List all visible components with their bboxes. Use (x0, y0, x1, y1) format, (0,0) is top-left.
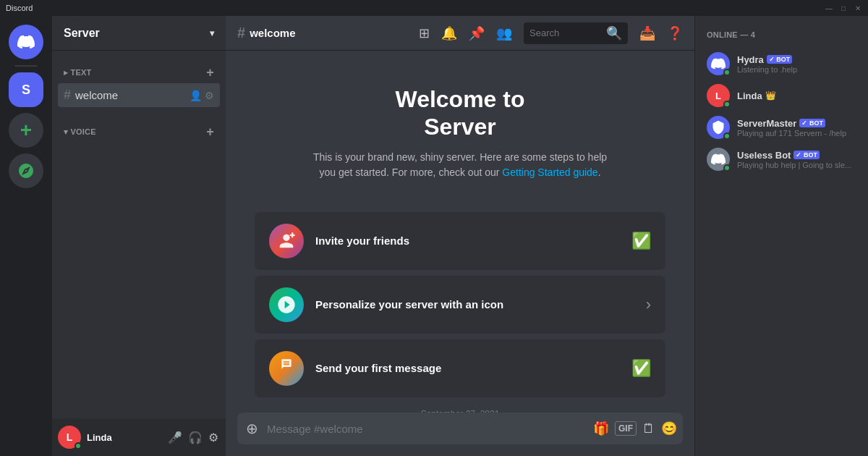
message-input-area: ⊕ 🎁 GIF 🗒 😊 (226, 413, 694, 456)
member-item-hydra[interactable]: Hydra ✓ BOT Listening to .help (701, 48, 862, 80)
member-info-servermaster: ServerMaster ✓ BOT Playing auf 171 Serve… (737, 118, 856, 138)
members-icon[interactable]: 👥 (496, 25, 512, 41)
task-item-message[interactable]: Send your first message ✅ (255, 339, 665, 397)
hashtag-icon[interactable]: ⊞ (419, 25, 430, 41)
member-avatar-hydra (707, 52, 730, 75)
welcome-subtitle: This is your brand new, shiny server. He… (255, 150, 665, 180)
task-status-message: ✅ (631, 359, 651, 378)
hydra-status: Listening to .help (737, 65, 856, 74)
online-header: ONLINE — 4 (701, 28, 862, 42)
task-label-message: Send your first message (315, 362, 620, 374)
add-text-channel-button[interactable]: + (206, 65, 214, 80)
add-server-button[interactable]: + (9, 113, 43, 148)
channel-name-welcome: welcome (75, 89, 118, 101)
main-content: # welcome ⊞ 🔔 📌 👥 Search 🔍 📥 ❓ Wel (226, 16, 694, 456)
message-input[interactable] (267, 415, 587, 442)
uselessbot-bot-badge: ✓ BOT (793, 151, 820, 159)
task-list: Invite your friends ✅ Personalize your s… (255, 212, 665, 397)
search-placeholder: Search (529, 28, 559, 38)
user-area: L Linda 🎤 🎧 ⚙ (52, 418, 226, 456)
minimize-button[interactable]: — (825, 4, 833, 12)
member-info-hydra: Hydra ✓ BOT Listening to .help (737, 54, 856, 74)
inbox-icon[interactable]: 📥 (639, 25, 655, 41)
uselessbot-status: Playing hub help | Going to sle... (737, 161, 856, 169)
titlebar: Discord — □ ✕ (0, 0, 868, 16)
add-member-icon[interactable]: 👤 (190, 90, 202, 101)
message-input-box: ⊕ 🎁 GIF 🗒 😊 (237, 413, 683, 444)
member-name-linda: Linda 👑 (737, 90, 856, 101)
chat-area[interactable]: Welcome toServer This is your brand new,… (226, 51, 694, 413)
welcome-card: Welcome toServer This is your brand new,… (226, 62, 694, 212)
getting-started-link[interactable]: Getting Started guide (502, 166, 597, 178)
topbar-channel-name: # welcome (237, 25, 296, 41)
servermaster-bot-badge: ✓ BOT (799, 119, 825, 127)
user-name: Linda (87, 432, 161, 443)
deafen-button[interactable]: 🎧 (187, 429, 204, 446)
channel-item-welcome[interactable]: # welcome 👤 ⚙ (58, 83, 220, 107)
app-container: S + Server ▾ ▸ TEXT + # welcome 👤 ⚙ (0, 16, 868, 456)
input-actions: 🎁 GIF 🗒 😊 (593, 421, 677, 436)
close-button[interactable]: ✕ (854, 4, 862, 12)
pin-icon[interactable]: 📌 (469, 25, 485, 41)
task-status-invite: ✅ (631, 232, 651, 250)
uselessbot-status-dot (723, 164, 731, 172)
member-name-uselessbot: Useless Bot ✓ BOT (737, 150, 856, 161)
linda-status-dot (723, 101, 731, 108)
channel-icons: 👤 ⚙ (190, 90, 214, 101)
search-icon: 🔍 (606, 25, 622, 41)
server-list: S + (0, 16, 52, 456)
member-avatar-linda: L (707, 84, 730, 107)
member-item-servermaster[interactable]: ServerMaster ✓ BOT Playing auf 171 Serve… (701, 111, 862, 143)
member-item-uselessbot[interactable]: Useless Bot ✓ BOT Playing hub help | Goi… (701, 143, 862, 175)
add-voice-channel-button[interactable]: + (206, 124, 214, 140)
task-icon-invite (269, 224, 304, 258)
add-attachment-button[interactable]: ⊕ (243, 417, 261, 440)
user-status-dot (75, 442, 82, 449)
servermaster-status: Playing auf 171 Servern - /help (737, 129, 856, 138)
servermaster-status-dot (723, 132, 731, 140)
explore-button[interactable] (9, 153, 43, 188)
emoji-button[interactable]: 😊 (661, 421, 677, 436)
gif-button[interactable]: GIF (615, 421, 637, 436)
voice-channels-section: ▾ VOICE + (52, 110, 226, 145)
hydra-status-dot (723, 69, 731, 76)
user-controls: 🎤 🎧 ⚙ (166, 429, 220, 446)
task-label-invite: Invite your friends (315, 235, 620, 247)
welcome-title: Welcome toServer (255, 85, 665, 141)
member-info-uselessbot: Useless Bot ✓ BOT Playing hub help | Goi… (737, 150, 856, 169)
server-header[interactable]: Server ▾ (52, 16, 226, 51)
help-icon[interactable]: ❓ (667, 25, 683, 41)
task-status-personalize: › (646, 295, 651, 314)
gift-button[interactable]: 🎁 (593, 421, 609, 436)
member-info-linda: Linda 👑 (737, 90, 856, 101)
hydra-bot-badge: ✓ BOT (767, 55, 793, 64)
topbar: # welcome ⊞ 🔔 📌 👥 Search 🔍 📥 ❓ (226, 16, 694, 51)
channel-sidebar: Server ▾ ▸ TEXT + # welcome 👤 ⚙ ▾ VOICE … (52, 16, 226, 456)
user-settings-button[interactable]: ⚙ (207, 429, 220, 446)
topbar-icons: ⊞ 🔔 📌 👥 Search 🔍 📥 ❓ (419, 22, 683, 44)
user-avatar: L (58, 426, 81, 449)
maximize-button[interactable]: □ (839, 4, 848, 12)
task-label-personalize: Personalize your server with an icon (315, 298, 634, 311)
sticker-button[interactable]: 🗒 (642, 421, 655, 436)
active-server-icon[interactable]: S (9, 72, 43, 107)
mute-button[interactable]: 🎤 (166, 429, 184, 446)
member-avatar-uselessbot (707, 148, 730, 171)
member-item-linda[interactable]: L Linda 👑 (701, 80, 862, 111)
date-divider: September 27, 2021 (226, 397, 694, 413)
discord-home-button[interactable] (9, 25, 43, 59)
server-name: Server (64, 27, 100, 40)
text-section-label: ▸ TEXT (64, 68, 92, 77)
linda-crown-icon: 👑 (765, 90, 776, 101)
bell-icon[interactable]: 🔔 (441, 25, 457, 41)
task-icon-personalize (269, 287, 304, 322)
task-item-invite[interactable]: Invite your friends ✅ (255, 212, 665, 270)
text-section-header[interactable]: ▸ TEXT + (58, 62, 220, 83)
voice-section-header[interactable]: ▾ VOICE + (58, 122, 220, 143)
search-box[interactable]: Search 🔍 (524, 22, 628, 44)
task-item-personalize[interactable]: Personalize your server with an icon › (255, 276, 665, 334)
member-name-hydra: Hydra ✓ BOT (737, 54, 856, 65)
member-avatar-servermaster (707, 116, 730, 139)
app-title: Discord (6, 4, 33, 12)
settings-icon[interactable]: ⚙ (205, 90, 214, 101)
